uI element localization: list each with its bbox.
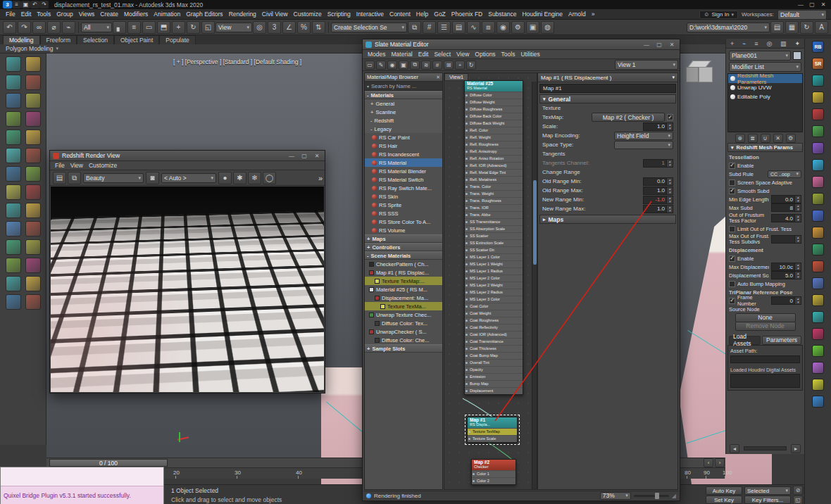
redo-icon[interactable]: ↷	[39, 1, 49, 8]
render-view-minimize-button[interactable]: —	[287, 153, 296, 159]
spinner-value[interactable]: 1	[643, 159, 667, 168]
node-slot-displacement[interactable]: Displacement	[465, 387, 523, 394]
toolbox-icon[interactable]	[25, 111, 41, 127]
spinner-arrows-icon[interactable]: ▴▾	[795, 214, 801, 222]
key-filters-button[interactable]: Key Filters...	[744, 496, 791, 504]
assign-material-to-selection-icon[interactable]: ◉	[387, 61, 397, 70]
plugin-dock-icon[interactable]	[812, 75, 824, 87]
spinner-value[interactable]: 10.0c	[771, 263, 795, 271]
toolbox-icon[interactable]	[25, 148, 41, 163]
layer-manager-icon[interactable]: ☰	[437, 21, 451, 34]
plugin-dock-icon[interactable]	[812, 244, 824, 256]
show-shaded-material-icon[interactable]: ▣	[399, 61, 408, 70]
asset-path-input[interactable]	[730, 355, 800, 363]
browser-row-texture-texmap[interactable]: Texture TexMap:...	[365, 277, 442, 285]
spinner[interactable]: 1▴▾	[643, 159, 673, 168]
node-slot-coat-ior-advanced[interactable]: Coat IOR (Advanced)	[465, 331, 523, 338]
align-icon[interactable]: #	[423, 21, 436, 34]
spinner-arrows-icon[interactable]: ▴▾	[667, 187, 673, 195]
spinner-snap-icon[interactable]: ⇅	[312, 21, 325, 34]
browser-row-rs-incandescent[interactable]: RS Incandescent	[365, 150, 442, 158]
camera-dropdown[interactable]: < Auto >	[161, 173, 216, 183]
browser-row-map-1-rs-displac[interactable]: Map #1 ( RS Displac...	[365, 268, 442, 277]
redshift-mesh-params-rollout[interactable]: ▾ Redshift Mesh Params	[727, 143, 803, 152]
browser-row-rs-skin[interactable]: RS Skin	[365, 192, 442, 201]
cp-none-button[interactable]: None	[735, 313, 796, 322]
node-slot-ms-layer-1-color[interactable]: MS Layer 1 Color	[465, 253, 523, 260]
schematic-view-icon[interactable]: ⧈	[482, 21, 495, 34]
spinner-arrows-icon[interactable]: ▴▾	[795, 271, 801, 279]
viewcube-front-face[interactable]	[699, 67, 713, 82]
spinner-arrows-icon[interactable]: ▴▾	[667, 177, 673, 186]
toolbox-icon[interactable]	[6, 166, 21, 182]
toolbox-icon[interactable]	[25, 75, 41, 90]
spinner-arrows-icon[interactable]: ▴▾	[667, 196, 673, 204]
rv-menu-customize[interactable]: Customize	[86, 162, 120, 169]
loaded-assets-list[interactable]	[730, 374, 800, 388]
spinner-value[interactable]: -1.0	[643, 196, 667, 204]
toolbox-icon[interactable]	[6, 56, 21, 72]
ribbon-tab-selection[interactable]: Selection	[77, 35, 114, 44]
node-slot-diffuse-color[interactable]: Diffuse Color	[465, 92, 523, 99]
node-slot-coat-transmittance[interactable]: Coat Transmittance	[465, 338, 523, 345]
node-slot-trans-roughness[interactable]: Trans. Roughness	[465, 197, 523, 204]
auto-key-button[interactable]: Auto Key	[706, 486, 742, 495]
cp-screen-space-adaptive-checkbox[interactable]	[729, 179, 735, 186]
menu-[interactable]: »	[589, 11, 598, 18]
render-view-titlebar[interactable]: Redshift Render View — ▢ ✕	[50, 151, 325, 161]
timeline-tick-30[interactable]: 30	[235, 470, 241, 476]
plugin-dock-icon[interactable]	[812, 210, 824, 222]
plugin-dock-icon[interactable]	[812, 345, 824, 357]
spinner[interactable]: 10.0c▴▾	[771, 263, 801, 271]
toolbox-icon[interactable]	[6, 294, 21, 310]
node-slot-refl-anisotropy[interactable]: Refl. Anisotropy	[465, 148, 523, 155]
layout-children-icon[interactable]: #	[432, 61, 442, 70]
menu-civil-view[interactable]: Civil View	[259, 11, 291, 18]
browser-row-redshift[interactable]: -Redshift	[365, 116, 442, 125]
plugin-dock-icon[interactable]	[812, 92, 824, 103]
node-slot-diffuse-roughness[interactable]: Diffuse Roughness	[465, 106, 523, 113]
rectangular-selection-region-icon[interactable]: ▭	[142, 21, 156, 34]
time-slider-value[interactable]: 0 / 100	[49, 459, 168, 467]
spinner-arrows-icon[interactable]: ▴▾	[667, 159, 673, 168]
selection-filter-dropdown[interactable]: All	[81, 23, 112, 32]
node-slot-ss-transmittance[interactable]: SS Transmittance	[465, 218, 523, 225]
node-slot-ms-layer-3-color[interactable]: MS Layer 3 Color	[465, 296, 523, 303]
node-slot-ss-absorption-scale[interactable]: SS Absorption Scale	[465, 225, 523, 232]
texmap-button[interactable]: Map #2 ( Checker )	[592, 113, 665, 122]
slate-maximize-button[interactable]: ▢	[654, 42, 664, 48]
set-key-button[interactable]: Set Key	[706, 496, 742, 504]
node-slot-refl-roughness[interactable]: Refl. Roughness	[465, 141, 523, 148]
param-map-encoding-dropdown[interactable]: Height Field	[614, 132, 673, 140]
slate-menu-view[interactable]: View	[454, 51, 472, 58]
node-slot-opacity[interactable]: Opacity	[465, 366, 523, 373]
plugin-dock-icon[interactable]	[812, 311, 824, 323]
node-slot-texture-scale[interactable]: Texture Scale	[468, 435, 517, 442]
maximize-button[interactable]: ▢	[807, 1, 817, 8]
use-pivot-center-icon[interactable]: ◎	[253, 21, 266, 34]
material-id-channel-icon[interactable]: ⊞	[444, 61, 454, 70]
sign-in-button[interactable]: ☺ Sign In ▾	[699, 11, 738, 19]
minimize-button[interactable]: —	[796, 1, 806, 8]
zoom-view-icon[interactable]: ◱	[793, 496, 803, 504]
reference-coordinate-dropdown[interactable]: View	[215, 23, 252, 32]
timeline-tick-20[interactable]: 20	[173, 470, 180, 476]
save-icon[interactable]: ▣	[21, 1, 30, 8]
zoom-tool-icon[interactable]: +	[455, 61, 465, 70]
scrollbar-thumb[interactable]	[533, 180, 537, 265]
node-slot-coat-weight[interactable]: Coat Weight	[465, 310, 523, 317]
toolbox-icon[interactable]	[6, 93, 21, 108]
modifier-bulb-icon[interactable]	[730, 76, 735, 81]
menu-arnold[interactable]: Arnold	[566, 11, 589, 18]
browser-row-rs-store-color-to-a[interactable]: RS Store Color To A...	[365, 218, 442, 226]
spinner-arrows-icon[interactable]: ▴▾	[795, 195, 801, 203]
browser-row-unwrap-texture-chec[interactable]: Unwrap Texture Chec...	[365, 310, 442, 319]
resize-grip-icon[interactable]: ◢	[672, 493, 676, 499]
show-end-result-icon[interactable]: ≣	[748, 134, 758, 143]
node-slot-coat-reflectivity[interactable]: Coat Reflectivity	[465, 324, 523, 331]
menu-tools[interactable]: Tools	[34, 11, 54, 18]
browser-row-diffuse-color-tex[interactable]: Diffuse Color: Tex...	[365, 319, 442, 327]
slate-menu-edit[interactable]: Edit	[416, 51, 432, 58]
menu-animation[interactable]: Animation	[151, 11, 183, 18]
toolbox-icon[interactable]	[6, 239, 21, 255]
